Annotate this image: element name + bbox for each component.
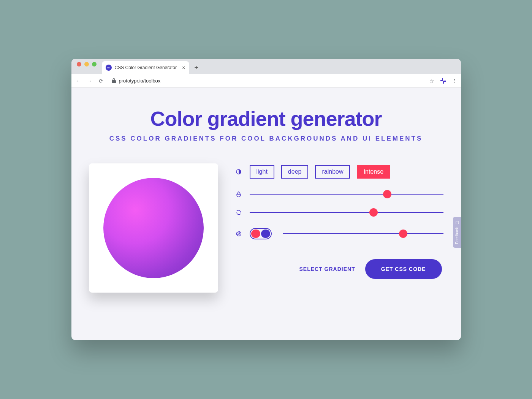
extension-icon[interactable] bbox=[440, 78, 446, 84]
tab-title: CSS Color Gradient Generator bbox=[115, 65, 179, 70]
select-gradient-button[interactable]: SELECT GRADIENT bbox=[299, 266, 355, 272]
page-subtitle: CSS COLOR GRADIENTS FOR COOL BACKGROUNDS… bbox=[83, 135, 450, 142]
slider-row-3 bbox=[235, 228, 443, 239]
forward-button[interactable]: → bbox=[87, 78, 93, 84]
url-text: prototypr.io/toolbox bbox=[119, 78, 161, 84]
gradient-preview-card bbox=[89, 163, 218, 293]
profile-chip-intense[interactable]: intense bbox=[357, 165, 390, 179]
slider-1[interactable] bbox=[250, 194, 443, 195]
favicon-icon: ∞ bbox=[106, 65, 112, 71]
slider-2[interactable] bbox=[250, 212, 443, 213]
window-controls bbox=[71, 62, 102, 71]
address-bar: ← → ⟳ prototypr.io/toolbox ☆ ⋮ bbox=[71, 74, 461, 88]
feedback-tab[interactable]: Feedback ▢ bbox=[453, 217, 461, 248]
cycle-icon bbox=[235, 210, 242, 215]
new-tab-button[interactable]: + bbox=[189, 64, 204, 74]
bookmark-star-icon[interactable]: ☆ bbox=[429, 78, 434, 84]
close-tab-icon[interactable]: × bbox=[182, 65, 185, 71]
gradient-sphere bbox=[103, 178, 204, 278]
chat-icon: ▢ bbox=[455, 221, 459, 225]
browser-menu-icon[interactable]: ⋮ bbox=[452, 78, 457, 84]
slider-row-1 bbox=[235, 192, 443, 197]
url-field[interactable]: prototypr.io/toolbox bbox=[109, 78, 424, 84]
get-css-button[interactable]: GET CSS CODE bbox=[365, 259, 442, 279]
browser-tab[interactable]: ∞ CSS Color Gradient Generator × bbox=[102, 61, 189, 74]
slider-3-thumb[interactable] bbox=[399, 230, 407, 238]
profile-chip-light[interactable]: light bbox=[250, 165, 274, 179]
toggle-right bbox=[261, 230, 270, 238]
feedback-label: Feedback bbox=[455, 227, 459, 244]
maximize-window-button[interactable] bbox=[92, 62, 97, 66]
page-title: Color gradient generator bbox=[83, 107, 450, 130]
close-window-button[interactable] bbox=[77, 62, 81, 66]
reload-button[interactable]: ⟳ bbox=[98, 78, 104, 84]
browser-window: ∞ CSS Color Gradient Generator × + ← → ⟳… bbox=[71, 59, 461, 340]
controls-panel: light deep rainbow intense bbox=[235, 163, 443, 293]
lock-icon bbox=[112, 78, 116, 83]
browser-tab-strip: ∞ CSS Color Gradient Generator × + bbox=[71, 59, 461, 74]
gradient-type-toggle[interactable] bbox=[250, 228, 272, 239]
contrast-icon bbox=[235, 169, 242, 174]
profile-chip-rainbow[interactable]: rainbow bbox=[315, 165, 350, 179]
minimize-window-button[interactable] bbox=[84, 62, 89, 66]
toggle-left bbox=[251, 230, 260, 238]
drop-icon bbox=[235, 192, 242, 197]
slider-3[interactable] bbox=[283, 233, 443, 234]
page-content: Color gradient generator CSS COLOR GRADI… bbox=[71, 88, 461, 340]
slider-2-thumb[interactable] bbox=[369, 208, 378, 217]
profile-chip-deep[interactable]: deep bbox=[281, 165, 309, 179]
action-row: SELECT GRADIENT GET CSS CODE bbox=[235, 259, 443, 279]
slider-row-2 bbox=[235, 210, 443, 215]
back-button[interactable]: ← bbox=[75, 78, 81, 84]
swirl-icon bbox=[235, 231, 242, 236]
slider-1-thumb[interactable] bbox=[383, 190, 391, 198]
profile-chips: light deep rainbow intense bbox=[250, 165, 391, 179]
profile-row: light deep rainbow intense bbox=[235, 165, 443, 179]
